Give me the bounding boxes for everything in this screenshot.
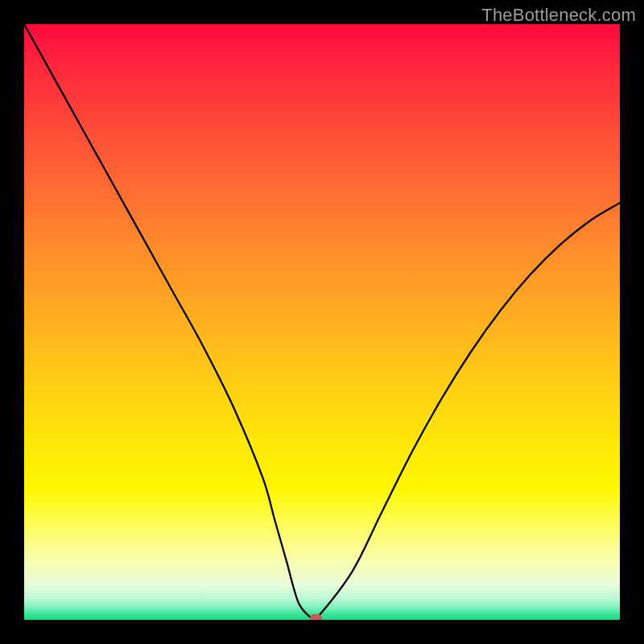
bottleneck-curve bbox=[24, 24, 620, 620]
minimum-marker bbox=[310, 614, 322, 620]
curve-svg bbox=[24, 24, 620, 620]
chart-frame: TheBottleneck.com bbox=[0, 0, 644, 644]
plot-area bbox=[24, 24, 620, 620]
watermark-text: TheBottleneck.com bbox=[481, 5, 636, 26]
